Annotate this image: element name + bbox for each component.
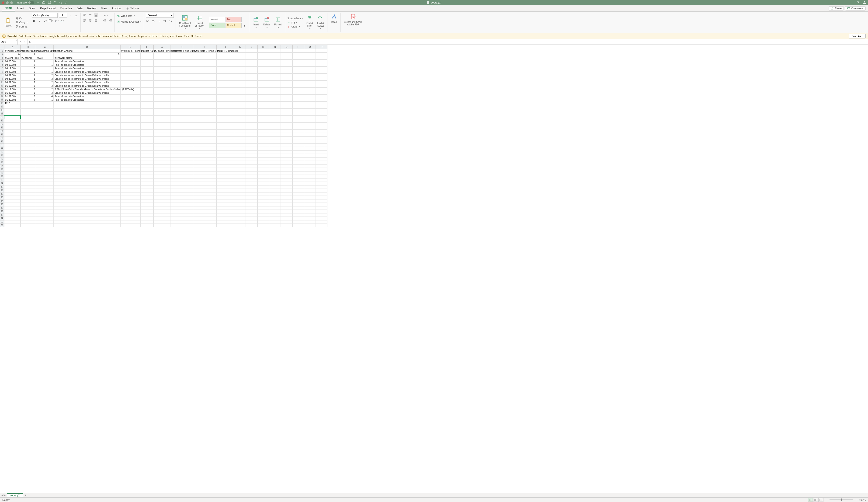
- cell[interactable]: [141, 52, 154, 56]
- cell[interactable]: [21, 154, 36, 157]
- cell[interactable]: [154, 192, 170, 196]
- cell[interactable]: Fan - all crackle Crossettes: [54, 63, 120, 66]
- cell[interactable]: [257, 94, 269, 98]
- font-name-select[interactable]: [32, 13, 58, 18]
- cell[interactable]: [193, 224, 216, 227]
- cell[interactable]: [54, 154, 120, 157]
- cell[interactable]: [170, 192, 193, 196]
- cell[interactable]: [246, 189, 257, 192]
- cell[interactable]: [4, 182, 21, 185]
- cell[interactable]: [246, 220, 257, 224]
- cell[interactable]: [281, 81, 292, 84]
- cell[interactable]: [292, 119, 304, 122]
- column-header[interactable]: R: [316, 45, 328, 49]
- cell[interactable]: [170, 213, 193, 217]
- cell[interactable]: #Deadman Button: [36, 49, 54, 52]
- cell[interactable]: [246, 136, 257, 140]
- cell[interactable]: [120, 84, 141, 87]
- autosave-switch[interactable]: [28, 1, 34, 4]
- cell[interactable]: [193, 140, 216, 143]
- cell[interactable]: [316, 66, 328, 70]
- cell[interactable]: [141, 199, 154, 203]
- cell[interactable]: [193, 60, 216, 63]
- cell[interactable]: [234, 77, 246, 81]
- cell[interactable]: [292, 140, 304, 143]
- cell[interactable]: [257, 164, 269, 168]
- cell[interactable]: [234, 164, 246, 168]
- cell[interactable]: [234, 122, 246, 126]
- cell[interactable]: [193, 87, 216, 91]
- cell[interactable]: [281, 161, 292, 164]
- cell[interactable]: [316, 122, 328, 126]
- cell[interactable]: [269, 185, 281, 189]
- cell[interactable]: [269, 70, 281, 73]
- cell[interactable]: [36, 182, 54, 185]
- cell[interactable]: [316, 210, 328, 213]
- cell[interactable]: [4, 192, 21, 196]
- cell[interactable]: [281, 171, 292, 175]
- cell[interactable]: [234, 108, 246, 112]
- cell[interactable]: 00:09.50s: [4, 63, 21, 66]
- cell[interactable]: [257, 126, 269, 129]
- cell[interactable]: [141, 182, 154, 185]
- cell[interactable]: [36, 217, 54, 220]
- cell[interactable]: [170, 189, 193, 192]
- cell[interactable]: [193, 213, 216, 217]
- cell[interactable]: [193, 189, 216, 192]
- cell[interactable]: [269, 108, 281, 112]
- cell[interactable]: [316, 108, 328, 112]
- cell[interactable]: [193, 206, 216, 210]
- cell[interactable]: 2: [36, 87, 54, 91]
- currency-icon[interactable]: $: [146, 19, 150, 23]
- cell[interactable]: [316, 115, 328, 119]
- cell[interactable]: [234, 213, 246, 217]
- cell[interactable]: #SMPTE Timecode: [216, 49, 234, 52]
- cell[interactable]: [316, 98, 328, 101]
- cell[interactable]: [216, 136, 234, 140]
- cell[interactable]: [193, 161, 216, 164]
- cell[interactable]: [120, 126, 141, 129]
- cell[interactable]: [154, 87, 170, 91]
- cell[interactable]: [269, 60, 281, 63]
- cell[interactable]: [234, 206, 246, 210]
- cell[interactable]: Fan - all crackle Crossettes: [54, 60, 120, 63]
- cell[interactable]: [269, 115, 281, 119]
- cell[interactable]: [120, 60, 141, 63]
- cell[interactable]: [269, 119, 281, 122]
- cell[interactable]: [120, 87, 141, 91]
- cell[interactable]: [141, 126, 154, 129]
- cell[interactable]: #Alternate 2 Firing Button: [193, 49, 216, 52]
- cell[interactable]: [234, 60, 246, 63]
- cell[interactable]: [292, 206, 304, 210]
- cell[interactable]: Crackle mines to comets to Green Dalia w…: [54, 70, 120, 73]
- cell[interactable]: [141, 154, 154, 157]
- ribbon-tab-acrobat[interactable]: Acrobat: [110, 5, 124, 11]
- cell[interactable]: [170, 178, 193, 182]
- cell[interactable]: [141, 77, 154, 81]
- close-window-button[interactable]: [2, 1, 4, 4]
- cell[interactable]: [54, 108, 120, 112]
- cell[interactable]: [193, 66, 216, 70]
- cell[interactable]: [246, 147, 257, 150]
- add-sheet-button[interactable]: +: [23, 494, 28, 496]
- cell[interactable]: [120, 182, 141, 185]
- cell[interactable]: [234, 178, 246, 182]
- cell[interactable]: [269, 63, 281, 66]
- cell[interactable]: [21, 122, 36, 126]
- cell[interactable]: [120, 143, 141, 147]
- comma-icon[interactable]: ,: [157, 19, 161, 23]
- cell[interactable]: 0: [4, 52, 21, 56]
- cell[interactable]: [269, 105, 281, 108]
- cell[interactable]: [269, 87, 281, 91]
- cell[interactable]: [170, 147, 193, 150]
- cell[interactable]: [292, 77, 304, 81]
- cell[interactable]: [269, 203, 281, 206]
- cell[interactable]: [246, 168, 257, 171]
- cell[interactable]: [292, 115, 304, 119]
- cell[interactable]: [54, 224, 120, 227]
- cell[interactable]: [216, 77, 234, 81]
- row-header[interactable]: 12: [0, 87, 4, 91]
- cell[interactable]: [193, 84, 216, 87]
- cell[interactable]: [234, 94, 246, 98]
- cell[interactable]: [21, 206, 36, 210]
